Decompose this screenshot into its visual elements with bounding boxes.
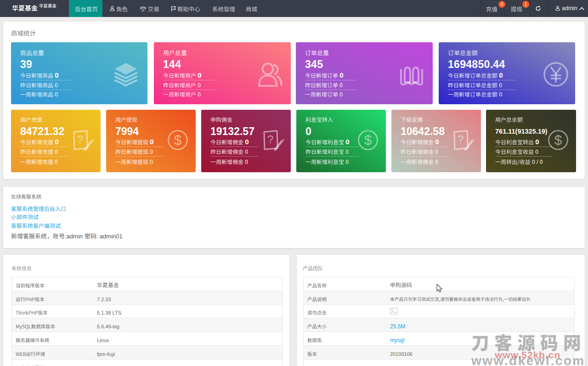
svg-text:$: $ xyxy=(364,132,372,147)
svg-text:?: ? xyxy=(458,133,464,146)
svg-text:?: ? xyxy=(267,133,273,146)
svg-text:?: ? xyxy=(77,133,83,146)
svg-text:$: $ xyxy=(554,132,562,147)
svg-text:$: $ xyxy=(174,132,182,147)
